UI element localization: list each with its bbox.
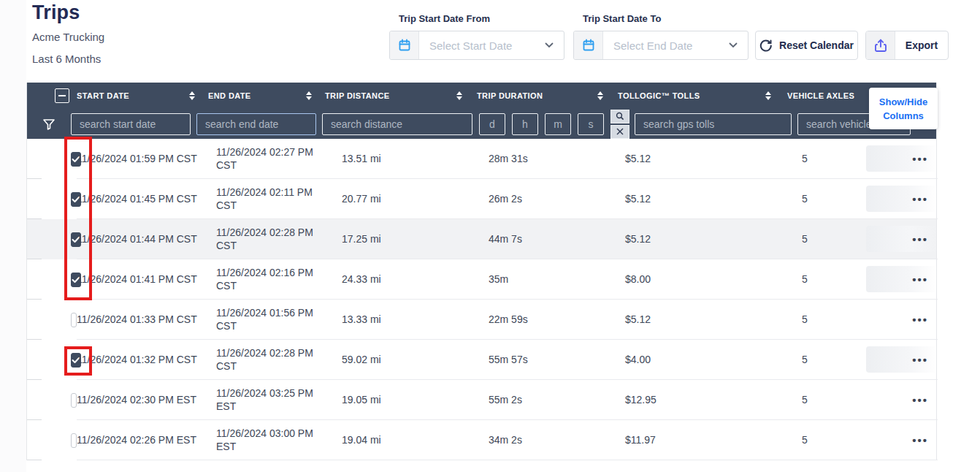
trip-duration-cell: 28m 31s: [477, 139, 618, 179]
sort-icon[interactable]: [306, 91, 312, 100]
actions-cell: •••: [865, 179, 938, 219]
reset-calendar-button[interactable]: Reset Calendar: [755, 31, 858, 60]
column-header-end-date[interactable]: END DATE: [208, 91, 325, 100]
end-date-label: END DATE: [208, 91, 251, 100]
page-title: Trips: [32, 1, 104, 24]
checkbox-cell: [42, 139, 77, 179]
end-date-cell: 11/26/2024 03:00 PMEST: [208, 420, 325, 460]
ellipsis-icon: •••: [912, 313, 928, 326]
search-distance-input[interactable]: search distance: [322, 113, 472, 135]
tolls-cell: $8.00: [618, 259, 787, 300]
row-checkbox[interactable]: [71, 393, 77, 408]
vehicle-axles-cell: 5: [787, 219, 865, 259]
end-date-cell: 11/26/2024 02:28 PMCST: [208, 340, 325, 380]
row-actions-button[interactable]: •••: [866, 145, 938, 172]
export-label: Export: [895, 31, 948, 59]
column-header-tollogic-tolls[interactable]: TOLLOGIC™ TOLLS: [618, 91, 787, 100]
column-header-vehicle-axles[interactable]: VEHICLE AXLES: [787, 91, 865, 100]
select-all-checkbox[interactable]: [55, 88, 69, 103]
checkbox-cell: [42, 300, 77, 340]
sort-icon[interactable]: [597, 91, 603, 100]
table-row: 11/26/2024 02:30 PM EST 11/26/2024 03:25…: [27, 380, 936, 420]
vehicle-axles-cell: 5: [787, 380, 865, 420]
page-left-gutter: [0, 0, 26, 472]
upload-icon: [866, 31, 895, 59]
actions-cell: •••: [865, 420, 938, 460]
row-checkbox[interactable]: [71, 433, 77, 448]
end-date-cell: 11/26/2024 02:11 PM CST: [208, 179, 325, 219]
sort-icon[interactable]: [456, 91, 462, 100]
tolls-cell: $5.12: [618, 139, 787, 179]
gutter-cell: [27, 380, 42, 420]
search-start-date-input[interactable]: search start date: [71, 113, 191, 135]
show-hide-columns-button[interactable]: Show/Hide Columns: [869, 88, 938, 129]
row-actions-button[interactable]: •••: [866, 266, 938, 292]
trip-start-date-to-group: Trip Start Date To Select End Date: [573, 13, 749, 60]
duration-seconds-input[interactable]: s: [578, 113, 604, 135]
start-date-picker[interactable]: Select Start Date: [389, 31, 564, 60]
duration-days-input[interactable]: d: [479, 113, 505, 135]
ellipsis-icon: •••: [912, 434, 928, 446]
clear-icon[interactable]: [610, 125, 629, 139]
trips-table: START DATE END DATE TRIP DISTANCE TRIP D…: [26, 83, 937, 460]
filter-icon[interactable]: [27, 118, 71, 131]
trip-start-date-from-group: Trip Start Date From Select Start Date: [389, 13, 564, 60]
table-row: 11/26/2024 01:41 PM CST 11/26/2024 02:16…: [27, 259, 936, 300]
indeterminate-mark: [58, 95, 66, 96]
row-actions-button[interactable]: •••: [866, 387, 938, 413]
checkbox-cell: [42, 380, 77, 420]
row-actions-button[interactable]: •••: [866, 346, 938, 373]
row-actions-button[interactable]: •••: [866, 306, 938, 332]
gutter-cell: [27, 300, 42, 340]
chevron-down-icon[interactable]: [545, 42, 564, 48]
duration-minutes-input[interactable]: m: [545, 113, 571, 135]
actions-cell: •••: [865, 219, 938, 259]
start-date-cell: 11/26/2024 01:59 PM CST: [77, 139, 208, 179]
column-header-start-date[interactable]: START DATE: [77, 91, 208, 100]
tolls-cell: $5.12: [618, 219, 787, 259]
vehicle-axles-cell: 5: [787, 420, 865, 460]
row-actions-button[interactable]: •••: [866, 226, 938, 252]
tolls-cell: $12.95: [618, 380, 787, 420]
search-end-date-input[interactable]: search end date: [196, 113, 316, 135]
end-date-cell: 11/26/2024 02:27 PMCST: [208, 139, 325, 179]
row-actions-button[interactable]: •••: [866, 427, 938, 453]
sort-icon[interactable]: [765, 91, 771, 100]
show-hide-label-line2: Columns: [883, 109, 924, 123]
trip-distance-cell: 17.25 mi: [325, 219, 477, 259]
end-date-picker[interactable]: Select End Date: [573, 31, 749, 60]
column-header-trip-distance[interactable]: TRIP DISTANCE: [325, 91, 477, 100]
tolls-cell: $11.97: [618, 420, 787, 460]
column-header-trip-duration[interactable]: TRIP DURATION: [477, 91, 618, 100]
ellipsis-icon: •••: [912, 394, 928, 406]
table-row: 11/26/2024 01:32 PM CST 11/26/2024 02:28…: [27, 340, 936, 380]
show-hide-label-line1: Show/Hide: [879, 95, 927, 109]
end-date-cell: 11/26/2024 01:56 PM CST: [208, 300, 325, 340]
calendar-icon[interactable]: [390, 31, 419, 59]
export-button[interactable]: Export: [865, 31, 949, 60]
vehicle-axles-cell: 5: [787, 259, 865, 300]
start-date-cell: 11/26/2024 01:45 PM CST: [77, 179, 208, 219]
title-block: Trips Acme Trucking Last 6 Months: [32, 1, 104, 68]
gutter-cell: [27, 139, 42, 179]
start-date-cell: 11/26/2024 01:41 PM CST: [77, 259, 208, 300]
from-label: Trip Start Date From: [399, 13, 564, 24]
table-header-row: START DATE END DATE TRIP DISTANCE TRIP D…: [27, 83, 936, 109]
calendar-icon[interactable]: [574, 31, 603, 59]
start-date-cell: 11/26/2024 01:33 PM CST: [77, 300, 208, 340]
sort-icon[interactable]: [189, 91, 195, 100]
trip-distance-cell: 13.51 mi: [325, 139, 477, 179]
chevron-down-icon[interactable]: [729, 42, 748, 48]
start-date-placeholder: Select Start Date: [419, 39, 545, 52]
trip-distance-cell: 13.33 mi: [325, 300, 477, 340]
search-icon[interactable]: [610, 110, 629, 123]
duration-hours-input[interactable]: h: [512, 113, 538, 135]
table-search-row: search start date search end date search…: [27, 109, 936, 139]
tollogic-tolls-label: TOLLOGIC™ TOLLS: [618, 91, 700, 100]
trip-duration-cell: 55m 2s: [477, 380, 618, 420]
row-checkbox[interactable]: [71, 313, 77, 327]
search-gps-tolls-input[interactable]: search gps tolls: [635, 113, 792, 135]
end-date-cell: 11/26/2024 02:16 PM CST: [208, 259, 325, 300]
vehicle-axles-cell: 5: [787, 179, 865, 219]
row-actions-button[interactable]: •••: [866, 186, 938, 212]
